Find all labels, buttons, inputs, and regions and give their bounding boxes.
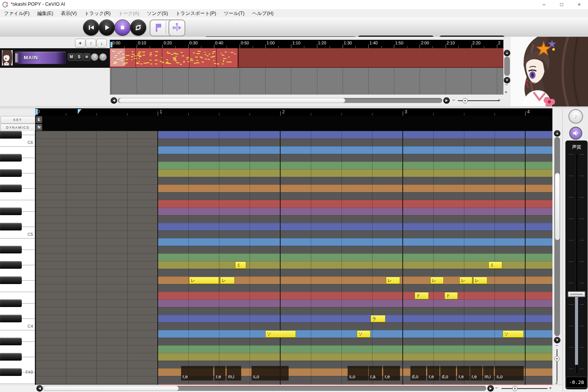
piano-key-black[interactable] bbox=[0, 261, 22, 269]
piano-key-black[interactable] bbox=[0, 207, 22, 215]
menu-item-6[interactable]: トランスポート(P) bbox=[172, 9, 220, 18]
stop-button[interactable] bbox=[114, 20, 131, 36]
arrange-hscroll-thumb[interactable] bbox=[119, 98, 345, 103]
phoneme-block[interactable]: r,e bbox=[457, 366, 470, 381]
freeze-button[interactable]: ❄ bbox=[83, 53, 90, 61]
pr-vzoom-out[interactable]: − bbox=[555, 343, 559, 348]
piano-key-black[interactable] bbox=[0, 169, 22, 177]
piano-key-black[interactable] bbox=[0, 315, 22, 322]
pianoroll-ruler[interactable]: 01234 bbox=[35, 108, 552, 116]
note-block[interactable]: ド bbox=[444, 292, 458, 299]
arrange-zoom-in[interactable]: + bbox=[498, 97, 501, 103]
arrange-lane[interactable] bbox=[110, 48, 503, 95]
piano-key-black[interactable] bbox=[0, 338, 22, 345]
piano-keyboard[interactable]: C6C5C4F#3 bbox=[0, 131, 35, 385]
piano-key-black[interactable] bbox=[0, 154, 22, 162]
loop-button[interactable] bbox=[130, 20, 146, 36]
dynamics-badge[interactable]: N bbox=[36, 124, 42, 131]
piano-key-black[interactable] bbox=[0, 223, 22, 230]
maximize-button[interactable]: □ bbox=[553, 0, 570, 9]
arrange-vzoom-out[interactable]: − bbox=[505, 82, 508, 88]
pan-p-button[interactable]: P bbox=[99, 53, 107, 61]
piano-key-black[interactable] bbox=[0, 368, 22, 376]
pr-zoom-in[interactable]: + bbox=[549, 385, 552, 391]
pianoroll-playhead-flag[interactable] bbox=[35, 109, 38, 115]
pr-hscroll-track[interactable] bbox=[43, 386, 486, 391]
piano-key-black[interactable] bbox=[0, 185, 22, 192]
pr-vscroll-track[interactable] bbox=[554, 137, 560, 336]
pr-vscroll-thumb[interactable] bbox=[555, 173, 560, 240]
note-block[interactable]: ソ bbox=[503, 330, 524, 338]
arrange-vscroll-thumb[interactable] bbox=[504, 57, 510, 76]
note-block[interactable]: ミ bbox=[235, 261, 246, 269]
note-block[interactable]: レ bbox=[459, 277, 472, 284]
phoneme-block[interactable]: r,e bbox=[214, 366, 225, 381]
arrange-ruler[interactable]: 0:000:100:200:300:400:501:001:101:201:30… bbox=[110, 40, 503, 48]
menu-item-0[interactable]: ファイル(F) bbox=[0, 9, 33, 18]
phoneme-block[interactable]: r,a bbox=[369, 366, 382, 381]
pr-zoom-handle[interactable] bbox=[512, 386, 518, 391]
pr-vzoom-slider[interactable] bbox=[557, 349, 557, 382]
menu-item-2[interactable]: 表示(V) bbox=[57, 9, 81, 18]
mute-button[interactable]: M bbox=[68, 53, 75, 61]
arrange-scroll-right-button[interactable]: ▶ bbox=[443, 97, 450, 104]
piano-key-black[interactable] bbox=[0, 276, 22, 284]
note-block[interactable]: ミ bbox=[488, 261, 502, 269]
note-block[interactable]: レ bbox=[220, 277, 235, 284]
phoneme-block[interactable]: s,o bbox=[252, 366, 289, 381]
track-name-plate[interactable]: MAIN bbox=[15, 52, 66, 64]
phoneme-block[interactable]: r,e bbox=[427, 366, 439, 381]
arrange-vzoom-in[interactable]: + bbox=[505, 89, 508, 95]
phoneme-block[interactable]: s,o bbox=[348, 366, 368, 381]
arrange-zoom-handle[interactable] bbox=[462, 98, 468, 103]
piano-key-black[interactable] bbox=[0, 131, 22, 139]
pr-zoom-slider[interactable] bbox=[501, 388, 547, 389]
piano-key-black[interactable] bbox=[0, 353, 22, 361]
phoneme-block[interactable]: d,o bbox=[410, 366, 426, 381]
vq-slider-handle[interactable] bbox=[568, 291, 585, 297]
phoneme-block[interactable]: r,e bbox=[181, 366, 213, 381]
arrange-zoom-out[interactable]: − bbox=[452, 97, 455, 103]
song-clip[interactable] bbox=[110, 48, 238, 68]
close-button[interactable]: × bbox=[570, 0, 588, 9]
pr-scroll-up-button[interactable]: ▲ bbox=[554, 130, 560, 137]
key-signature-badge[interactable]: E bbox=[36, 116, 42, 123]
timing-knob[interactable]: ♪ bbox=[568, 109, 583, 124]
menu-item-7[interactable]: ツール(T) bbox=[220, 9, 248, 18]
arrange-scroll-up-button[interactable]: ▲ bbox=[504, 50, 510, 56]
pr-vzoom-handle[interactable] bbox=[554, 356, 560, 361]
skip-to-start-button[interactable] bbox=[83, 20, 99, 36]
track-header[interactable]: MAIN M S ❄ V P bbox=[0, 48, 110, 68]
note-block[interactable]: レ bbox=[386, 277, 400, 284]
key-signature-strip[interactable]: E bbox=[35, 116, 552, 123]
dynamics-strip[interactable]: N bbox=[35, 123, 552, 131]
arrange-playhead-flag[interactable] bbox=[110, 42, 113, 47]
step-jump-button[interactable] bbox=[168, 20, 185, 36]
note-block[interactable]: レ bbox=[189, 277, 219, 284]
note-block[interactable]: レ bbox=[473, 277, 487, 284]
note-block[interactable]: ド bbox=[415, 292, 429, 299]
phoneme-block[interactable]: m,i bbox=[483, 366, 494, 381]
add-track-button[interactable]: + bbox=[75, 39, 85, 48]
menu-item-1[interactable]: 編集(E) bbox=[33, 9, 57, 18]
pr-hscroll-thumb[interactable] bbox=[43, 386, 179, 391]
loop-start-flag-icon[interactable] bbox=[153, 22, 164, 33]
pr-scroll-left-button[interactable]: ◀ bbox=[36, 385, 43, 392]
phoneme-block[interactable]: r,e bbox=[470, 366, 482, 381]
pr-scroll-right-button[interactable]: ▶ bbox=[487, 385, 494, 392]
solo-button[interactable]: S bbox=[75, 53, 83, 61]
phoneme-block[interactable]: m,i bbox=[227, 366, 241, 381]
menu-item-5[interactable]: ソング(S) bbox=[143, 9, 172, 18]
phoneme-block[interactable]: d,o bbox=[440, 366, 456, 381]
phoneme-block[interactable]: r,e bbox=[383, 366, 400, 381]
phoneme-block[interactable]: s,o bbox=[495, 366, 524, 381]
listen-button[interactable] bbox=[569, 127, 582, 140]
note-block[interactable]: ラ bbox=[371, 315, 385, 322]
note-block[interactable]: ソ bbox=[357, 330, 371, 338]
menu-item-3[interactable]: トラック(R) bbox=[80, 9, 114, 18]
volume-v-button[interactable]: V bbox=[91, 53, 98, 61]
pr-zoom-out[interactable]: − bbox=[495, 385, 498, 391]
arrange-scroll-left-button[interactable]: ◀ bbox=[111, 97, 117, 104]
pianoroll-grid[interactable]: r,er,em,is,os,or,ar,ed,or,ed,or,er,em,is… bbox=[35, 131, 552, 385]
track-down-button[interactable]: ↓ bbox=[96, 39, 107, 48]
